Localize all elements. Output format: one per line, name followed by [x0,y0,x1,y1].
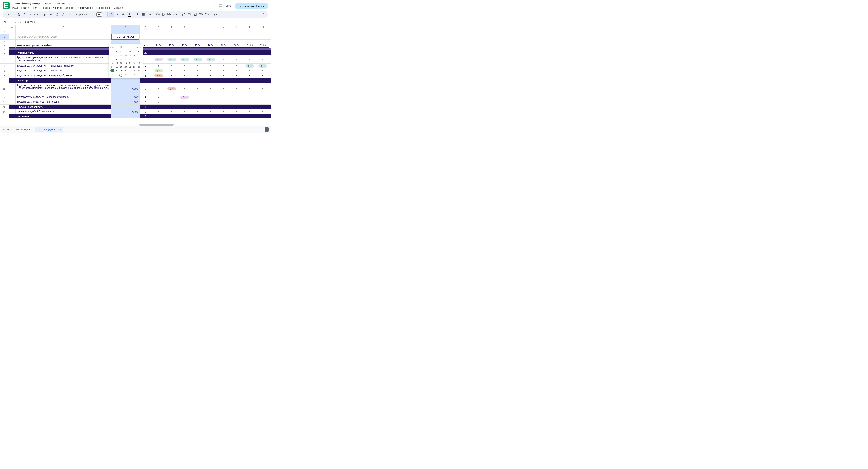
dropdown-chip[interactable]: ▼ [223,96,225,98]
datepicker-day[interactable]: 5 [128,73,132,77]
datepicker-day[interactable]: 6 [132,73,136,77]
col-header-K[interactable]: K [230,25,243,29]
cell[interactable] [191,34,204,39]
cell[interactable] [152,114,165,118]
dropdown-chip[interactable]: ▼ [197,75,198,77]
cell[interactable]: 1 ▼ [243,64,256,68]
cell[interactable] [191,39,204,43]
cell[interactable]: ▼ [243,55,256,63]
dropdown-chip[interactable]: ▼ [197,70,198,72]
datepicker-day[interactable]: 9 [137,58,141,61]
dropdown-chip[interactable]: 1 ▼ [258,64,267,67]
cell[interactable] [9,105,16,109]
col-header-J[interactable]: J [217,25,230,29]
decrease-decimal-button[interactable]: .0← [55,12,60,17]
cell[interactable]: 0 [139,110,152,114]
dropdown-chip[interactable]: ▼ [210,101,212,103]
row-header[interactable]: 11 [0,78,9,83]
valign-button[interactable]: ▾ [161,12,166,17]
cell[interactable]: 28.04 [204,43,217,48]
dropdown-chip[interactable]: ▼ [262,58,264,60]
cell[interactable] [139,29,152,34]
cell[interactable] [204,105,217,109]
dropdown-chip[interactable]: ▼ [249,75,251,77]
cell[interactable] [112,78,139,83]
dropdown-chip[interactable]: ▼ [171,111,173,113]
prev-month-button[interactable]: ‹ [137,46,138,49]
cell[interactable] [9,68,16,73]
cell[interactable]: 1 ▼ [191,55,204,63]
cell[interactable] [152,50,165,55]
dropdown-chip[interactable]: ▼ [171,70,173,72]
cell[interactable]: ▼ [204,100,217,105]
cell[interactable] [256,48,270,50]
datepicker-day[interactable]: 4 [124,73,128,77]
cell[interactable]: 2 [139,95,152,99]
dropdown-chip[interactable]: 2 ▼ [180,95,189,99]
cloud-icon[interactable] [77,1,80,5]
cell[interactable]: 0 [139,100,152,105]
cell[interactable]: 5 [139,83,152,95]
collapse-toolbar-button[interactable]: ^ [261,12,266,17]
datepicker-day[interactable]: 29 [119,54,123,57]
cell[interactable] [217,29,230,34]
cell[interactable]: ▼ [191,68,204,73]
cell[interactable]: ▼ [152,95,165,99]
add-sheet-button[interactable]: + [3,128,5,131]
cell[interactable]: ▼ [256,95,270,99]
sheets-logo[interactable] [3,2,10,9]
cell[interactable]: 25.04 [165,43,178,48]
cell[interactable] [230,50,243,55]
row-header[interactable]: 9 [0,68,9,73]
cell[interactable]: ▼ [230,100,243,105]
cell[interactable] [165,34,178,39]
dropdown-chip[interactable]: ▼ [171,101,173,103]
cell[interactable] [165,105,178,109]
dropdown-chip[interactable]: ▼ [223,88,225,90]
dropdown-chip[interactable]: ▼ [197,111,198,113]
datepicker-day[interactable]: 29 [132,69,136,72]
dropdown-chip[interactable]: ▼ [223,65,225,67]
dropdown-chip[interactable]: 1 ▼ [193,58,202,61]
text-color-button[interactable]: A [127,12,132,17]
cell[interactable]: ▼ [204,95,217,99]
insert-comment-button[interactable] [187,12,192,17]
cell[interactable] [191,78,204,83]
cell[interactable]: ▼ [204,83,217,95]
cell[interactable] [152,34,165,39]
cell[interactable]: Тудозатраты руководителя (описание портр… [16,55,112,63]
cell[interactable]: ▼ [217,73,230,78]
cell[interactable] [204,29,217,34]
cell[interactable]: ▼ [165,110,178,114]
cell[interactable]: ▼ [217,83,230,95]
datepicker-day[interactable]: 7 [128,58,132,61]
dropdown-chip[interactable]: ▼ [210,75,212,77]
dropdown-chip[interactable]: ▼ [184,88,186,90]
cell[interactable]: ▼ [243,110,256,114]
datepicker-day[interactable]: 22 [132,65,136,68]
cell[interactable] [204,114,217,118]
cell[interactable] [152,29,165,34]
datepicker-day[interactable]: 28 [128,69,132,72]
meet-icon[interactable]: ▾ [225,4,231,8]
cell[interactable]: ▼ [230,68,243,73]
dropdown-chip[interactable]: ▼ [223,70,225,72]
cell[interactable] [217,105,230,109]
cell[interactable]: ▼ [165,68,178,73]
row-header[interactable]: 7 [0,55,9,64]
increase-decimal-button[interactable]: .00→ [60,12,66,17]
dropdown-chip[interactable]: 1 ▼ [180,58,189,61]
cell[interactable] [9,50,16,55]
cell[interactable] [217,78,230,83]
datepicker-day[interactable]: 10 [111,61,115,65]
datepicker-day[interactable]: 14 [128,61,132,65]
cell[interactable] [165,29,178,34]
datepicker-day[interactable]: 31 [128,54,132,57]
col-header-G[interactable]: G [178,25,191,29]
cell[interactable]: Проверка службой безопасности [16,110,112,114]
datepicker-day[interactable]: 2 [115,73,119,77]
cell[interactable]: ▼ [230,64,243,68]
cell[interactable]: ▼ [165,64,178,68]
dropdown-chip[interactable]: ▼ [158,96,159,98]
comment-icon[interactable] [219,4,222,8]
